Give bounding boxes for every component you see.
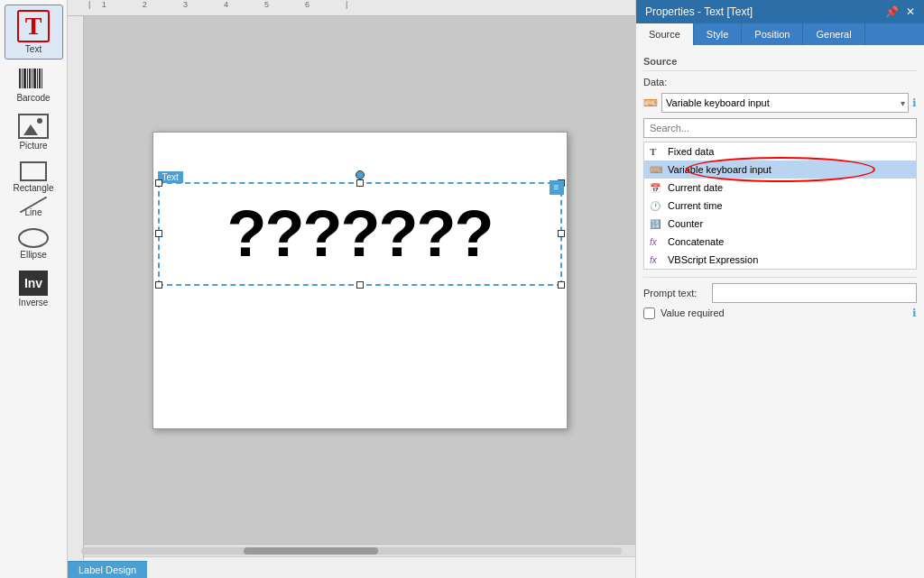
list-item-current-time[interactable]: 🕐 Current time bbox=[644, 197, 916, 215]
vbscript-icon: fx bbox=[650, 255, 662, 265]
tool-inverse-label: Inverse bbox=[19, 298, 49, 307]
ruler-mark: 5 bbox=[264, 0, 269, 15]
text-element[interactable]: Text ≡ bbox=[158, 182, 562, 286]
bottom-tabs: Label Design bbox=[68, 556, 635, 578]
fixed-data-label: Fixed data bbox=[668, 146, 714, 157]
counter-label: Counter bbox=[668, 218, 703, 229]
current-date-icon: 📅 bbox=[650, 183, 662, 193]
data-dropdown-row: ⌨ Variable keyboard input ▾ ℹ bbox=[643, 93, 917, 113]
tool-ellipse[interactable]: Ellipse bbox=[5, 224, 63, 264]
info-icon[interactable]: ℹ bbox=[912, 96, 917, 109]
concatenate-label: Concatenate bbox=[668, 236, 724, 247]
value-required-info-icon[interactable]: ℹ bbox=[912, 307, 917, 319]
ruler-mark: 6 bbox=[305, 0, 310, 15]
canvas-area: | 1 2 3 4 5 6 | Text bbox=[68, 0, 635, 578]
value-required-checkbox[interactable] bbox=[643, 307, 655, 319]
tab-source[interactable]: Source bbox=[636, 23, 694, 45]
scrollbar-track[interactable] bbox=[81, 547, 622, 555]
source-section-header: Source bbox=[643, 52, 917, 71]
handle-br[interactable] bbox=[558, 281, 565, 289]
panel-tabs: Source Style Position General bbox=[636, 23, 924, 45]
handle-tl[interactable] bbox=[155, 179, 162, 187]
rotate-handle[interactable] bbox=[356, 170, 365, 179]
tab-style[interactable]: Style bbox=[694, 23, 742, 45]
list-item-variable-keyboard[interactable]: ⌨ Variable keyboard input bbox=[644, 161, 916, 179]
question-marks-text: ??????? bbox=[227, 201, 493, 266]
tool-rectangle[interactable]: Rectangle bbox=[5, 157, 63, 197]
close-icon[interactable]: ✕ bbox=[906, 5, 915, 18]
ellipse-icon bbox=[18, 228, 49, 248]
search-input[interactable] bbox=[643, 118, 917, 138]
list-item-fixed[interactable]: T Fixed data bbox=[644, 142, 916, 161]
value-required-label: Value required bbox=[661, 307, 725, 318]
tool-picture[interactable]: Picture bbox=[5, 109, 63, 155]
tool-barcode-label: Barcode bbox=[16, 93, 50, 103]
list-item-current-date[interactable]: 📅 Current date bbox=[644, 179, 916, 197]
prompt-label: Prompt text: bbox=[643, 288, 707, 298]
ruler-mark: | bbox=[346, 0, 347, 15]
data-dropdown[interactable]: Variable keyboard input bbox=[661, 93, 909, 113]
inverse-icon: Inv bbox=[19, 271, 48, 296]
pin-icon[interactable]: 📌 bbox=[885, 5, 899, 18]
data-dropdown-wrapper: Variable keyboard input ▾ bbox=[661, 93, 909, 113]
right-panel: Properties - Text [Text] 📌 ✕ Source Styl… bbox=[635, 0, 924, 578]
data-label: Data: bbox=[643, 77, 707, 87]
tab-label-design[interactable]: Label Design bbox=[68, 561, 147, 578]
canvas-scroll-area[interactable]: Text ≡ bbox=[84, 16, 635, 544]
tool-inverse[interactable]: Inv Inverse bbox=[5, 266, 63, 312]
ruler-mark: 3 bbox=[183, 0, 188, 15]
panel-title: Properties - Text [Text] bbox=[645, 5, 753, 18]
current-time-icon: 🕐 bbox=[650, 201, 662, 211]
handle-ml[interactable] bbox=[155, 230, 162, 237]
tool-text-label: Text bbox=[25, 44, 42, 54]
left-toolbar: T Text Barcode bbox=[0, 0, 68, 578]
list-item-concatenate[interactable]: fx Concatenate bbox=[644, 233, 916, 251]
tool-ellipse-label: Ellipse bbox=[20, 250, 46, 260]
data-list: T Fixed data ⌨ Variable keyboard input 📅… bbox=[643, 142, 917, 270]
tool-picture-label: Picture bbox=[19, 141, 47, 151]
tool-text[interactable]: T Text bbox=[5, 5, 63, 60]
ruler-top: | 1 2 3 4 5 6 | bbox=[68, 0, 635, 16]
ruler-left bbox=[68, 16, 84, 544]
data-field-row: Data: bbox=[643, 77, 917, 87]
ruler-mark: 2 bbox=[143, 0, 147, 15]
scrollbar-thumb[interactable] bbox=[244, 547, 379, 555]
prompt-row: Prompt text: bbox=[643, 283, 917, 303]
panel-title-icons: 📌 ✕ bbox=[885, 5, 915, 18]
handle-bl[interactable] bbox=[155, 281, 162, 289]
canvas-content: Text ≡ bbox=[84, 16, 635, 544]
tool-barcode[interactable]: Barcode bbox=[5, 61, 63, 107]
handle-bm[interactable] bbox=[356, 281, 364, 289]
element-menu-icon[interactable]: ≡ bbox=[550, 180, 564, 195]
handle-tm[interactable] bbox=[356, 179, 364, 187]
fixed-data-icon: T bbox=[650, 146, 662, 157]
panel-title-bar: Properties - Text [Text] 📌 ✕ bbox=[636, 0, 924, 23]
list-item-vbscript[interactable]: fx VBScript Expression bbox=[644, 251, 916, 269]
counter-icon: 🔢 bbox=[650, 219, 662, 229]
text-icon: T bbox=[17, 10, 50, 42]
handle-mr[interactable] bbox=[558, 230, 565, 237]
current-time-label: Current time bbox=[668, 200, 723, 211]
ruler-mark: 4 bbox=[224, 0, 228, 15]
ruler-markings: | 1 2 3 4 5 6 | bbox=[84, 0, 635, 15]
current-date-label: Current date bbox=[668, 182, 723, 193]
scrollbar-horizontal[interactable] bbox=[68, 544, 635, 556]
list-item-counter[interactable]: 🔢 Counter bbox=[644, 215, 916, 233]
barcode-icon bbox=[19, 66, 48, 91]
data-dropdown-var-icon: ⌨ bbox=[643, 97, 658, 109]
ruler-mark: | 1 bbox=[88, 0, 106, 15]
variable-keyboard-label: Variable keyboard input bbox=[668, 164, 772, 175]
concatenate-icon: fx bbox=[650, 237, 662, 247]
value-required-row: Value required ℹ bbox=[643, 307, 917, 319]
panel-separator bbox=[643, 277, 917, 278]
vbscript-label: VBScript Expression bbox=[668, 254, 758, 265]
tool-line[interactable]: Line bbox=[5, 199, 63, 222]
variable-keyboard-icon: ⌨ bbox=[650, 165, 662, 175]
label-canvas[interactable]: Text ≡ bbox=[152, 132, 568, 429]
tab-position[interactable]: Position bbox=[742, 23, 803, 45]
prompt-text-input[interactable] bbox=[712, 283, 917, 303]
tab-general[interactable]: General bbox=[803, 23, 864, 45]
panel-content: Source Data: ⌨ Variable keyboard input ▾… bbox=[636, 45, 924, 578]
picture-icon bbox=[18, 114, 49, 139]
tool-rectangle-label: Rectangle bbox=[13, 183, 53, 193]
